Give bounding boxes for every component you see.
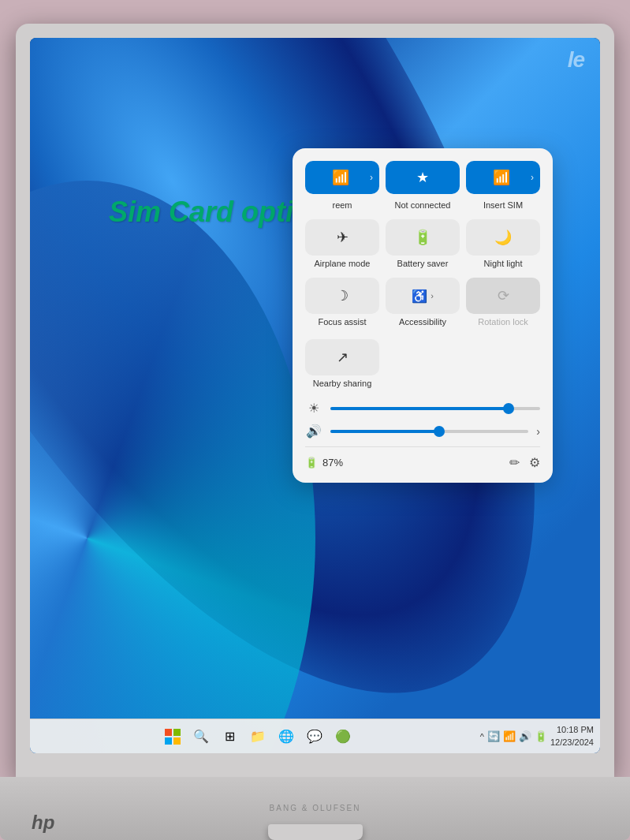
tray-expand-icon[interactable]: ^ (480, 732, 484, 741)
edge-icon: 🌐 (278, 729, 294, 744)
tray-wifi-icon[interactable]: 📶 (503, 730, 516, 742)
battery-percentage: 87% (322, 457, 343, 469)
night-light-icon: 🌙 (494, 229, 512, 246)
battery-status: 🔋 87% (305, 457, 509, 469)
battery-saver-label: Battery saver (386, 259, 460, 268)
volume-expand-arrow[interactable]: › (536, 425, 540, 438)
nearby-sharing-button[interactable]: ↗ (305, 339, 379, 375)
svg-rect-3 (173, 737, 181, 745)
wifi-icon: 📶 (311, 169, 370, 186)
night-light-label: Night light (466, 259, 540, 268)
focus-assist-icon: ☽ (336, 287, 349, 304)
taskview-icon: ⊞ (225, 729, 235, 744)
wifi-label: reem (305, 200, 379, 210)
accessibility-label: Accessibility (386, 317, 460, 327)
qs-second-labels: Airplane mode Battery saver Night light (305, 259, 540, 268)
volume-slider-row: 🔊 › (305, 424, 540, 439)
focus-assist-label: Focus assist (305, 317, 379, 327)
volume-icon: 🔊 (305, 424, 322, 439)
screen: le Sim Card options 📶 › ★ 📶 › reem (30, 38, 600, 753)
svg-rect-0 (165, 729, 172, 736)
chrome-taskbar[interactable]: 🟢 (330, 724, 356, 749)
edit-icon[interactable]: ✏ (509, 455, 520, 470)
taskbar-center: 🔍 ⊞ 📁 🌐 💬 🟢 (36, 724, 480, 749)
night-light-button[interactable]: 🌙 (466, 219, 540, 256)
volume-thumb[interactable] (434, 426, 445, 437)
bang-olufsen-label: BANG & OLUFSEN (270, 804, 361, 812)
rotation-lock-button[interactable]: ⟳ (466, 278, 540, 314)
battery-status-icon: 🔋 (305, 457, 318, 469)
taskbar-right: ^ 🔄 📶 🔊 🔋 10:18 PM 12/23/2024 (480, 724, 600, 749)
taskbar: 🔍 ⊞ 📁 🌐 💬 🟢 (30, 719, 600, 753)
teams-taskbar[interactable]: 💬 (302, 724, 327, 749)
qs-bottom-bar: 🔋 87% ✏ ⚙ (305, 446, 540, 470)
brightness-track[interactable] (330, 407, 540, 410)
nearby-sharing-label: Nearby sharing (305, 379, 379, 388)
cellular-label: Insert SIM (466, 200, 540, 210)
bluetooth-label: Not connected (386, 200, 460, 210)
brightness-slider-row: ☀ (305, 401, 540, 416)
laptop-bottom: hp BANG & OLUFSEN (0, 777, 630, 840)
qs-top-labels: reem Not connected Insert SIM (305, 200, 540, 210)
wifi-button[interactable]: 📶 › (305, 161, 379, 194)
start-button[interactable] (160, 724, 185, 749)
airplane-label: Airplane mode (305, 259, 379, 268)
system-tray: ^ 🔄 📶 🔊 🔋 (480, 730, 547, 742)
volume-fill (330, 430, 439, 433)
accessibility-button[interactable]: ♿ › (386, 278, 460, 314)
focus-assist-button[interactable]: ☽ (305, 278, 379, 314)
rotation-lock-icon: ⟳ (498, 287, 509, 304)
cellular-icon: 📶 (472, 169, 531, 186)
qs-bottom-icons: ✏ ⚙ (509, 455, 540, 470)
accessibility-arrow: › (431, 291, 434, 301)
watermark: le (568, 47, 584, 73)
clock[interactable]: 10:18 PM 12/23/2024 (550, 724, 594, 749)
battery-saver-icon: 🔋 (414, 229, 431, 246)
brightness-icon: ☀ (305, 401, 322, 416)
folder-icon: 📁 (250, 729, 266, 744)
brightness-fill (330, 407, 509, 410)
brightness-thumb[interactable] (503, 403, 514, 414)
chrome-icon: 🟢 (335, 729, 351, 744)
qs-second-row: ✈ 🔋 🌙 (305, 219, 540, 256)
qs-top-row: 📶 › ★ 📶 › (305, 161, 540, 194)
taskview-button[interactable]: ⊞ (217, 724, 242, 749)
svg-rect-2 (165, 737, 172, 745)
cellular-expand-arrow: › (531, 172, 534, 183)
search-icon: 🔍 (193, 729, 209, 744)
laptop-frame: le Sim Card options 📶 › ★ 📶 › reem (16, 24, 614, 777)
airplane-mode-button[interactable]: ✈ (305, 219, 379, 256)
bluetooth-icon: ★ (392, 169, 453, 186)
cellular-button[interactable]: 📶 › (466, 161, 540, 194)
tray-battery-icon[interactable]: 🔋 (535, 730, 547, 742)
nearby-sharing-icon: ↗ (337, 349, 349, 366)
qs-fourth-row: ↗ (305, 339, 540, 375)
tray-volume-icon[interactable]: 🔊 (519, 730, 531, 742)
tray-refresh-icon[interactable]: 🔄 (487, 730, 500, 742)
battery-saver-button[interactable]: 🔋 (386, 219, 460, 256)
file-explorer-taskbar[interactable]: 📁 (245, 724, 270, 749)
hp-logo: hp (32, 812, 54, 834)
airplane-icon: ✈ (337, 229, 349, 246)
bluetooth-button[interactable]: ★ (386, 161, 460, 194)
teams-icon: 💬 (307, 729, 322, 744)
date-display: 12/23/2024 (550, 737, 594, 749)
qs-third-labels: Focus assist Accessibility Rotation lock (305, 317, 540, 327)
rotation-lock-label: Rotation lock (466, 317, 540, 327)
time-display: 10:18 PM (550, 724, 594, 736)
wifi-expand-arrow: › (370, 172, 373, 183)
qs-third-row: ☽ ♿ › ⟳ (305, 278, 540, 314)
svg-rect-1 (173, 729, 181, 736)
quick-settings-panel: 📶 › ★ 📶 › reem Not connected Insert SIM (293, 148, 553, 483)
volume-track[interactable] (330, 430, 528, 433)
settings-icon[interactable]: ⚙ (529, 455, 540, 470)
search-button[interactable]: 🔍 (188, 724, 214, 749)
windows-logo-icon (164, 728, 181, 745)
laptop-stand (268, 824, 363, 840)
edge-browser-taskbar[interactable]: 🌐 (274, 724, 299, 749)
accessibility-icon: ♿ (412, 289, 427, 304)
qs-fourth-labels: Nearby sharing (305, 379, 540, 388)
